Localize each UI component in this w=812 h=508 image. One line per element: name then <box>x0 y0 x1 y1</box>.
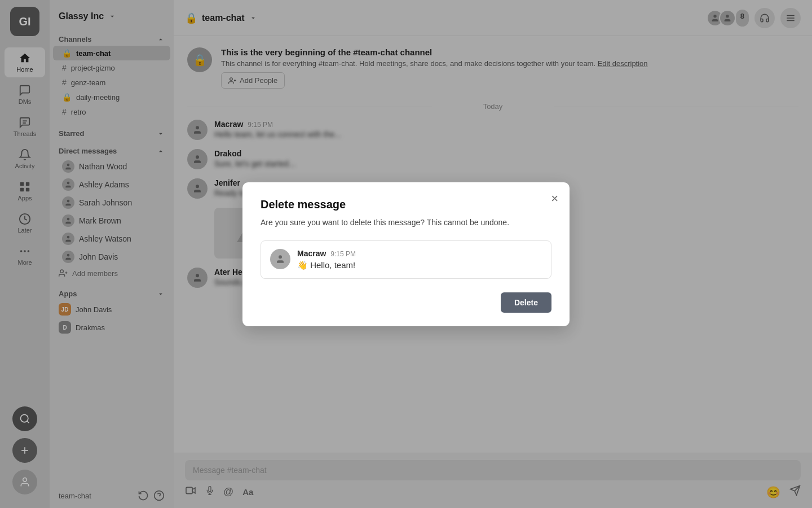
preview-time: 9:15 PM <box>330 250 356 258</box>
preview-text: 👋 Hello, team! <box>297 260 542 270</box>
modal-footer: Delete <box>261 292 551 313</box>
modal-overlay[interactable]: Delete message × Are you sure you want t… <box>0 0 812 508</box>
modal-title: Delete message <box>261 198 551 211</box>
message-preview: Macraw 9:15 PM 👋 Hello, team! <box>261 240 551 279</box>
modal-description: Are you sure you want to delete this mes… <box>261 218 551 227</box>
preview-author: Macraw <box>297 249 326 258</box>
preview-avatar <box>270 249 290 269</box>
delete-button[interactable]: Delete <box>501 292 551 313</box>
svg-point-45 <box>279 255 282 259</box>
delete-message-modal: Delete message × Are you sure you want t… <box>242 182 570 326</box>
modal-close-button[interactable]: × <box>551 192 558 205</box>
